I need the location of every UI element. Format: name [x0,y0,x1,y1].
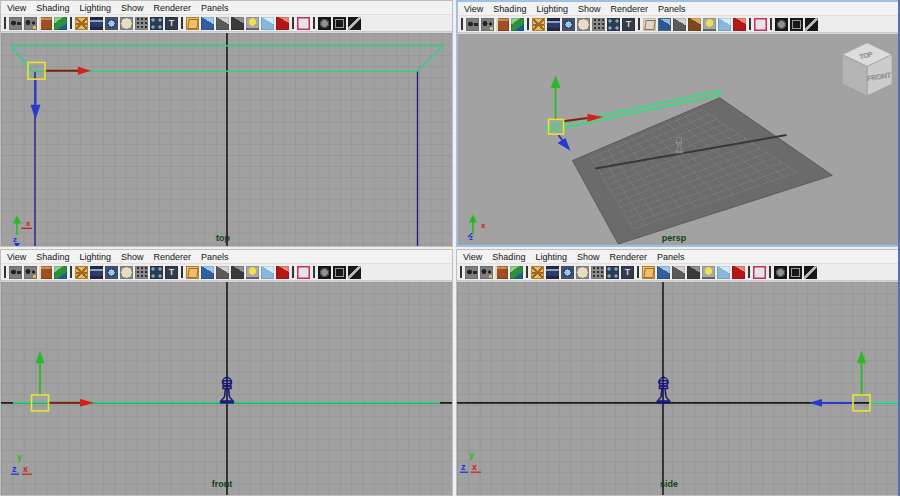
resolution-gate-icon[interactable] [105,266,118,279]
isolate-select-icon[interactable] [297,266,310,279]
menu-item-panels[interactable]: Panels [201,3,229,13]
xray-icon[interactable] [318,17,331,30]
image-plane-icon[interactable] [511,18,524,31]
use-all-lights-icon[interactable] [702,266,715,279]
image-plane-icon[interactable] [510,266,523,279]
camera-attributes-icon[interactable] [481,18,494,31]
isolate-select-icon[interactable] [753,266,766,279]
shaded-display-icon[interactable] [201,266,214,279]
safe-title-icon[interactable] [165,266,178,279]
menu-item-shading[interactable]: Shading [493,4,526,14]
bookmark-icon[interactable] [496,18,509,31]
textured-display-icon[interactable] [216,17,229,30]
menu-item-renderer[interactable]: Renderer [609,252,647,262]
exposure-icon[interactable] [348,266,361,279]
menu-item-renderer[interactable]: Renderer [610,4,648,14]
occlusion-icon[interactable] [276,266,289,279]
shaded-display-icon[interactable] [658,18,671,31]
film-gate-icon[interactable] [546,266,559,279]
camera-attributes-icon[interactable] [24,17,37,30]
safe-action-icon[interactable] [606,266,619,279]
menu-item-view[interactable]: View [7,3,26,13]
exposure-icon[interactable] [805,18,818,31]
xray-icon[interactable] [318,266,331,279]
gate-mask-icon[interactable] [577,18,590,31]
use-all-lights-icon[interactable] [246,17,259,30]
menu-item-panels[interactable]: Panels [658,4,686,14]
menu-item-shading[interactable]: Shading [36,252,69,262]
image-plane-icon[interactable] [54,17,67,30]
safe-title-icon[interactable] [165,17,178,30]
bookmark-icon[interactable] [39,266,52,279]
safe-title-icon[interactable] [621,266,634,279]
menu-item-show[interactable]: Show [577,252,600,262]
menu-item-lighting[interactable]: Lighting [79,252,111,262]
wireframe-display-icon[interactable] [186,266,199,279]
menu-item-shading[interactable]: Shading [36,3,69,13]
xray-joints-icon[interactable] [789,266,802,279]
wireframe-display-icon[interactable] [643,18,656,31]
grid-toggle-icon[interactable] [531,266,544,279]
exposure-icon[interactable] [804,266,817,279]
menu-item-renderer[interactable]: Renderer [153,252,191,262]
isolate-select-icon[interactable] [754,18,767,31]
camera-icon[interactable] [465,266,478,279]
exposure-icon[interactable] [348,17,361,30]
occlusion-icon[interactable] [733,18,746,31]
menu-item-show[interactable]: Show [121,3,144,13]
textured-lights-display-icon[interactable] [231,17,244,30]
use-all-lights-icon[interactable] [703,18,716,31]
film-gate-icon[interactable] [90,17,103,30]
menu-item-lighting[interactable]: Lighting [535,252,567,262]
viewport-canvas-front[interactable]: y z x front [1,281,452,495]
shadows-icon[interactable] [261,266,274,279]
menu-item-show[interactable]: Show [578,4,601,14]
xray-icon[interactable] [775,18,788,31]
bookmark-icon[interactable] [495,266,508,279]
gate-mask-icon[interactable] [120,266,133,279]
occlusion-icon[interactable] [276,17,289,30]
textured-display-icon[interactable] [673,18,686,31]
field-chart-icon[interactable] [592,18,605,31]
resolution-gate-icon[interactable] [561,266,574,279]
safe-action-icon[interactable] [150,17,163,30]
film-gate-icon[interactable] [547,18,560,31]
grid-toggle-icon[interactable] [75,17,88,30]
textured-lights-display-icon[interactable] [231,266,244,279]
wireframe-display-icon[interactable] [642,266,655,279]
resolution-gate-icon[interactable] [105,17,118,30]
xray-joints-icon[interactable] [790,18,803,31]
menu-item-view[interactable]: View [464,4,483,14]
grid-toggle-icon[interactable] [75,266,88,279]
menu-item-view[interactable]: View [463,252,482,262]
shaded-display-icon[interactable] [657,266,670,279]
viewport-canvas-persp[interactable]: TOP FRONT x z persp [458,33,898,245]
camera-attributes-icon[interactable] [480,266,493,279]
image-plane-icon[interactable] [54,266,67,279]
bookmark-icon[interactable] [39,17,52,30]
textured-display-icon[interactable] [672,266,685,279]
safe-action-icon[interactable] [150,266,163,279]
menu-item-panels[interactable]: Panels [201,252,229,262]
field-chart-icon[interactable] [135,17,148,30]
textured-lights-display-icon[interactable] [687,266,700,279]
menu-item-view[interactable]: View [7,252,26,262]
gate-mask-icon[interactable] [576,266,589,279]
wireframe-display-icon[interactable] [186,17,199,30]
isolate-select-icon[interactable] [297,17,310,30]
menu-item-lighting[interactable]: Lighting [79,3,111,13]
film-gate-icon[interactable] [90,266,103,279]
camera-icon[interactable] [9,17,22,30]
menu-item-renderer[interactable]: Renderer [153,3,191,13]
menu-item-shading[interactable]: Shading [492,252,525,262]
safe-action-icon[interactable] [607,18,620,31]
menu-item-lighting[interactable]: Lighting [536,4,568,14]
viewport-canvas-top[interactable]: x z top [1,32,452,246]
field-chart-icon[interactable] [135,266,148,279]
camera-icon[interactable] [9,266,22,279]
menu-item-show[interactable]: Show [121,252,144,262]
xray-joints-icon[interactable] [333,266,346,279]
textured-lights-display-icon[interactable] [688,18,701,31]
gate-mask-icon[interactable] [120,17,133,30]
shadows-icon[interactable] [718,18,731,31]
